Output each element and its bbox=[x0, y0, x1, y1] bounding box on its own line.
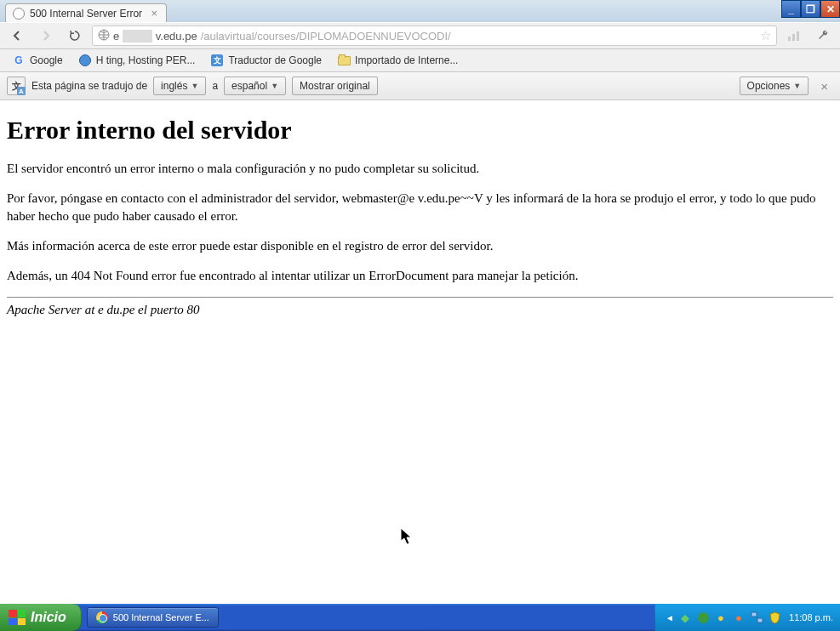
tray-shield-icon[interactable] bbox=[768, 611, 781, 624]
tray-icon[interactable]: ◆ bbox=[678, 611, 692, 624]
system-tray: ◄ ◆ ● ● 11:08 p.m. bbox=[654, 604, 840, 631]
bookmark-label: Importado de Interne... bbox=[355, 54, 458, 66]
wrench-menu-button[interactable] bbox=[811, 25, 835, 47]
arrow-left-icon bbox=[10, 29, 24, 43]
svg-rect-4 bbox=[751, 612, 757, 617]
translate-options-dropdown[interactable]: Opciones▼ bbox=[740, 77, 809, 95]
translate-sep: a bbox=[212, 80, 218, 92]
svg-rect-2 bbox=[792, 34, 795, 41]
tray-network-icon[interactable] bbox=[750, 611, 763, 624]
error-paragraph: Por favor, póngase en contacto con el ad… bbox=[7, 190, 833, 225]
translate-to-label: español bbox=[231, 80, 267, 92]
forward-button[interactable] bbox=[34, 25, 58, 47]
toolbar: e x v.edu.pe /aulavirtual/courses/DIPLOM… bbox=[0, 22, 840, 49]
tray-icon[interactable]: ● bbox=[732, 611, 746, 624]
chrome-icon bbox=[96, 611, 108, 623]
tab-title: 500 Internal Server Error bbox=[30, 8, 142, 20]
start-label: Inicio bbox=[31, 610, 66, 625]
back-button[interactable] bbox=[5, 25, 29, 47]
error-paragraph: Además, un 404 Not Found error fue encon… bbox=[7, 267, 833, 284]
bookmark-label: Google bbox=[30, 54, 63, 66]
bookmark-star-icon[interactable]: ☆ bbox=[760, 28, 771, 43]
bookmarks-bar: G Google H ting, Hosting PER... 文 Traduc… bbox=[0, 49, 840, 72]
divider bbox=[7, 297, 833, 298]
folder-icon bbox=[337, 54, 351, 67]
translate-options-label: Opciones bbox=[747, 80, 791, 92]
arrow-right-icon bbox=[39, 29, 53, 43]
translate-bar: 文A Esta página se tradujo de inglés▼ a e… bbox=[0, 72, 840, 100]
google-icon: G bbox=[12, 54, 26, 67]
chevron-down-icon: ▼ bbox=[271, 82, 278, 90]
url-host-prefix: e bbox=[113, 30, 119, 43]
svg-rect-1 bbox=[788, 37, 791, 41]
bookmark-google[interactable]: G Google bbox=[5, 51, 70, 70]
translate-from-dropdown[interactable]: inglés▼ bbox=[153, 77, 206, 95]
tray-volume-icon[interactable]: ● bbox=[714, 611, 728, 624]
stats-icon[interactable] bbox=[782, 25, 806, 47]
error-paragraph: El servidor encontró un error interno o … bbox=[7, 160, 833, 177]
server-signature: Apache Server at e du.pe el puerto 80 bbox=[7, 303, 833, 317]
browser-tab[interactable]: 500 Internal Server Error × bbox=[5, 3, 167, 22]
reload-button[interactable] bbox=[63, 25, 87, 47]
error-paragraph: Más información acerca de este error pue… bbox=[7, 237, 833, 254]
windows-flag-icon bbox=[9, 610, 26, 625]
globe-icon bbox=[98, 29, 110, 43]
window-controls: _ ❐ ✕ bbox=[781, 0, 840, 18]
translate-icon: 文 bbox=[210, 54, 224, 67]
bookmark-hosting[interactable]: H ting, Hosting PER... bbox=[71, 51, 203, 70]
chevron-down-icon: ▼ bbox=[191, 82, 198, 90]
translate-badge-icon: 文A bbox=[7, 77, 26, 95]
bookmark-imported[interactable]: Importado de Interne... bbox=[330, 51, 465, 70]
maximize-button[interactable]: ❐ bbox=[801, 0, 820, 18]
tab-strip: 500 Internal Server Error × bbox=[0, 0, 840, 22]
tray-expand-icon[interactable]: ◄ bbox=[666, 613, 674, 622]
tab-close-icon[interactable]: × bbox=[151, 7, 157, 20]
taskbar-clock[interactable]: 11:08 p.m. bbox=[786, 612, 833, 622]
chevron-down-icon: ▼ bbox=[793, 82, 801, 90]
globe-icon bbox=[78, 54, 92, 67]
tray-icon[interactable] bbox=[696, 611, 710, 624]
bookmark-translator[interactable]: 文 Traductor de Google bbox=[203, 51, 329, 70]
translate-prefix: Esta página se tradujo de bbox=[31, 80, 147, 92]
svg-rect-3 bbox=[797, 31, 799, 41]
start-button[interactable]: Inicio bbox=[0, 604, 82, 631]
reload-icon bbox=[68, 29, 82, 43]
url-path: /aulavirtual/courses/DIPLOMADOENNUEVOCOD… bbox=[201, 30, 451, 43]
minimize-button[interactable]: _ bbox=[781, 0, 801, 18]
page-heading: Error interno del servidor bbox=[7, 116, 833, 145]
url-redacted: x bbox=[123, 30, 152, 43]
page-icon bbox=[13, 8, 25, 20]
show-original-button[interactable]: Mostrar original bbox=[292, 77, 378, 95]
translate-from-label: inglés bbox=[161, 80, 187, 92]
window-close-button[interactable]: ✕ bbox=[820, 0, 840, 18]
svg-rect-5 bbox=[757, 618, 763, 622]
taskbar-item-chrome[interactable]: 500 Internal Server E... bbox=[87, 607, 219, 628]
url-host-suffix: v.edu.pe bbox=[156, 30, 197, 43]
translate-to-dropdown[interactable]: español▼ bbox=[224, 77, 286, 95]
bookmark-label: H ting, Hosting PER... bbox=[96, 54, 196, 66]
address-bar[interactable]: e x v.edu.pe /aulavirtual/courses/DIPLOM… bbox=[92, 26, 777, 46]
taskbar: Inicio 500 Internal Server E... ◄ ◆ ● ● … bbox=[0, 604, 840, 631]
taskbar-item-label: 500 Internal Server E... bbox=[113, 612, 209, 622]
bookmark-label: Traductor de Google bbox=[228, 54, 322, 66]
translate-close-button[interactable]: × bbox=[815, 79, 833, 94]
page-content: Error interno del servidor El servidor e… bbox=[0, 100, 840, 604]
